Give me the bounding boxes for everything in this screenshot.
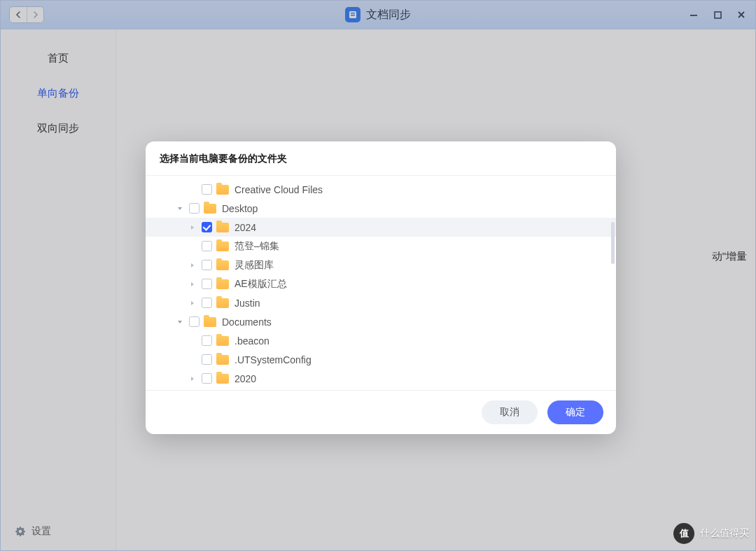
svg-rect-4 <box>715 12 721 18</box>
folder-label: 2024 <box>234 222 256 233</box>
back-button[interactable] <box>10 7 27 22</box>
folder-label: .beacon <box>234 335 270 347</box>
sidebar-item-label: 单向备份 <box>37 87 79 100</box>
titlebar: 文档同步 <box>0 0 756 29</box>
maximize-button[interactable] <box>712 9 723 20</box>
folder-icon <box>216 223 229 232</box>
minimize-button[interactable] <box>688 9 699 20</box>
folder-label: 范登–锦集 <box>234 240 279 253</box>
watermark: 值 什么值得买 <box>673 523 749 544</box>
svg-rect-2 <box>351 15 355 16</box>
sidebar-item-one-way-backup[interactable]: 单向备份 <box>1 76 115 111</box>
expander-spacer <box>188 185 197 195</box>
close-icon <box>736 10 746 20</box>
folder-label: Creative Cloud Files <box>234 184 323 195</box>
tree-row[interactable]: Creative Cloud Files <box>146 180 616 199</box>
checkbox[interactable] <box>202 298 212 308</box>
folder-label: .UTSystemConfig <box>234 354 312 365</box>
checkbox[interactable] <box>189 316 200 327</box>
checkbox[interactable] <box>202 184 212 195</box>
checkbox[interactable] <box>202 241 212 251</box>
expander-toggle[interactable] <box>188 374 197 384</box>
maximize-icon <box>713 11 722 20</box>
folder-label: Desktop <box>222 203 258 214</box>
checkbox[interactable] <box>202 373 212 384</box>
sidebar: 首页 单向备份 双向同步 设置 <box>1 29 116 550</box>
dialog-title: 选择当前电脑要备份的文件夹 <box>146 141 616 176</box>
checkbox[interactable] <box>202 335 212 346</box>
expander-toggle[interactable] <box>188 223 197 232</box>
watermark-badge: 值 <box>673 523 694 544</box>
sidebar-item-two-way-sync[interactable]: 双向同步 <box>1 111 115 146</box>
dialog-body: Creative Cloud FilesDesktop2024范登–锦集灵感图库… <box>146 176 616 390</box>
background-text-fragment: 动"增量 <box>712 250 747 263</box>
folder-icon <box>204 317 216 327</box>
settings-link[interactable]: 设置 <box>1 512 115 550</box>
tree-row[interactable]: .beacon <box>146 331 616 350</box>
forward-button[interactable] <box>27 7 43 22</box>
nav-button-group <box>9 6 44 23</box>
checkbox[interactable] <box>202 279 212 289</box>
folder-label: Documents <box>222 316 272 328</box>
folder-icon <box>216 336 229 346</box>
expander-toggle[interactable] <box>175 204 185 214</box>
folder-icon <box>204 204 216 214</box>
svg-rect-1 <box>351 13 355 14</box>
folder-icon <box>216 242 229 251</box>
watermark-text: 什么值得买 <box>700 527 749 540</box>
expander-spacer <box>188 355 197 365</box>
folder-label: AE模版汇总 <box>234 278 287 291</box>
settings-label: 设置 <box>31 525 51 538</box>
dialog-footer: 取消 确定 <box>146 390 616 434</box>
sidebar-item-label: 首页 <box>48 52 69 65</box>
scrollbar-thumb[interactable] <box>611 222 615 264</box>
checkbox[interactable] <box>202 260 212 270</box>
folder-tree[interactable]: Creative Cloud FilesDesktop2024范登–锦集灵感图库… <box>146 180 616 388</box>
folder-icon <box>216 355 229 365</box>
tree-row[interactable]: 灵感图库 <box>146 256 616 274</box>
folder-icon <box>216 185 229 195</box>
expander-toggle[interactable] <box>188 279 197 289</box>
folder-icon <box>216 260 229 270</box>
checkbox[interactable] <box>189 203 200 214</box>
confirm-button[interactable]: 确定 <box>547 400 603 424</box>
app-icon <box>345 7 360 22</box>
tree-row[interactable]: 2020 <box>146 369 616 388</box>
tree-row[interactable]: 范登–锦集 <box>146 237 616 256</box>
tree-row[interactable]: 2024 <box>146 218 616 237</box>
expander-toggle[interactable] <box>188 260 197 270</box>
gear-icon <box>15 526 26 537</box>
tree-row[interactable]: Documents <box>146 312 616 331</box>
expander-spacer <box>188 336 197 346</box>
checkbox[interactable] <box>202 222 212 232</box>
close-button[interactable] <box>736 9 747 20</box>
tree-row[interactable]: Desktop <box>146 199 616 218</box>
chevron-right-icon <box>33 11 38 18</box>
sidebar-item-home[interactable]: 首页 <box>1 41 115 76</box>
expander-toggle[interactable] <box>175 317 185 327</box>
sidebar-item-label: 双向同步 <box>37 122 79 135</box>
folder-label: 2020 <box>234 373 256 384</box>
folder-label: Justin <box>234 298 260 309</box>
tree-row[interactable]: .UTSystemConfig <box>146 350 616 369</box>
folder-picker-dialog: 选择当前电脑要备份的文件夹 Creative Cloud FilesDeskto… <box>146 141 616 434</box>
expander-toggle[interactable] <box>188 298 197 308</box>
app-title-text: 文档同步 <box>366 8 411 22</box>
folder-icon <box>216 298 229 308</box>
window-title: 文档同步 <box>345 7 411 22</box>
cancel-button[interactable]: 取消 <box>482 400 538 424</box>
window-controls <box>688 9 747 20</box>
chevron-left-icon <box>15 11 21 18</box>
folder-label: 灵感图库 <box>234 259 274 272</box>
folder-icon <box>216 279 229 289</box>
checkbox[interactable] <box>202 354 212 365</box>
minimize-icon <box>689 10 699 20</box>
folder-icon <box>216 374 229 384</box>
tree-row[interactable]: AE模版汇总 <box>146 274 616 293</box>
expander-spacer <box>188 242 197 251</box>
tree-row[interactable]: Justin <box>146 293 616 312</box>
